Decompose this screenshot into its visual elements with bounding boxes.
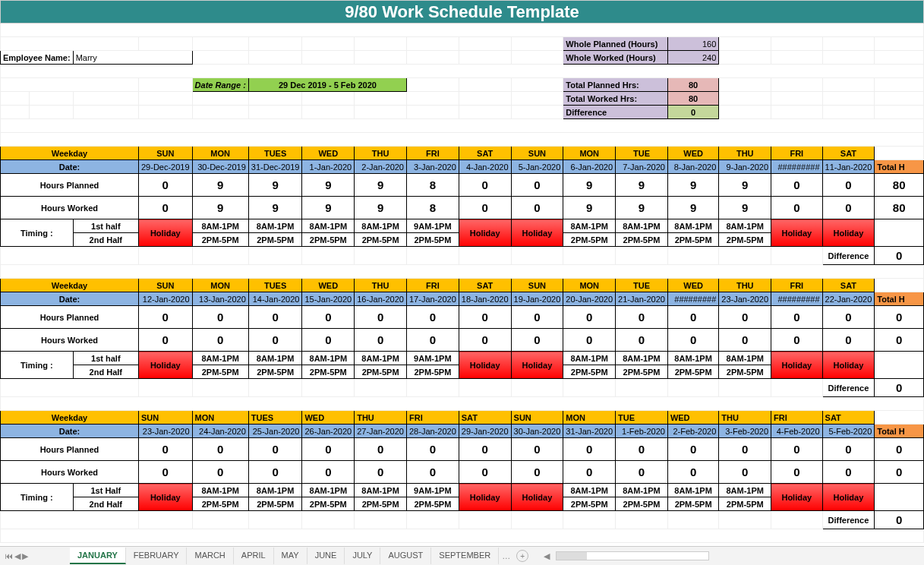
- hours-worked-cell[interactable]: 0: [406, 329, 459, 352]
- hours-planned-cell[interactable]: 0: [355, 306, 407, 329]
- date-cell[interactable]: 8-Jan-2020: [667, 160, 718, 174]
- hours-worked-cell[interactable]: 0: [511, 461, 563, 484]
- holiday-cell[interactable]: Holiday: [511, 352, 563, 379]
- shift1-cell[interactable]: 8AM-1PM: [616, 484, 668, 497]
- hours-planned-cell[interactable]: 0: [302, 438, 355, 461]
- shift2-cell[interactable]: 2PM-5PM: [563, 497, 616, 511]
- sheet-tab-may[interactable]: MAY: [274, 548, 307, 564]
- sheet-tab-june[interactable]: JUNE: [307, 548, 345, 564]
- hours-planned-cell[interactable]: 0: [192, 438, 248, 461]
- hours-planned-cell[interactable]: 9: [563, 174, 616, 197]
- hours-planned-cell[interactable]: 0: [563, 306, 616, 329]
- date-cell[interactable]: 23-Jan-2020: [138, 425, 192, 438]
- shift2-cell[interactable]: 2PM-5PM: [248, 365, 302, 379]
- hours-planned-cell[interactable]: 0: [667, 438, 718, 461]
- date-cell[interactable]: 22-Jan-2020: [822, 292, 875, 306]
- hours-planned-cell[interactable]: 9: [302, 174, 355, 197]
- shift2-cell[interactable]: 2PM-5PM: [192, 497, 248, 511]
- day-header[interactable]: FRI: [771, 147, 822, 160]
- hours-planned-cell[interactable]: 0: [406, 306, 459, 329]
- hours-planned-cell[interactable]: 0: [822, 438, 875, 461]
- date-cell[interactable]: 6-Jan-2020: [563, 160, 616, 174]
- shift2-cell[interactable]: 2PM-5PM: [406, 365, 459, 379]
- hours-worked-cell[interactable]: 0: [248, 461, 302, 484]
- day-header[interactable]: THU: [719, 147, 771, 160]
- hours-planned-cell[interactable]: 0: [355, 438, 407, 461]
- day-header[interactable]: TUE: [616, 279, 668, 292]
- shift1-cell[interactable]: 8AM-1PM: [302, 352, 355, 365]
- hours-worked-cell[interactable]: 0: [616, 329, 668, 352]
- day-header[interactable]: MON: [563, 411, 616, 425]
- hours-planned-cell[interactable]: 9: [667, 174, 718, 197]
- day-header[interactable]: FRI: [406, 147, 459, 160]
- day-header[interactable]: MON: [563, 279, 616, 292]
- hours-worked-cell[interactable]: 0: [302, 461, 355, 484]
- sheet-tab-january[interactable]: JANUARY: [70, 548, 126, 564]
- date-cell[interactable]: 18-Jan-2020: [459, 292, 511, 306]
- tabs-overflow-icon[interactable]: …: [502, 551, 510, 560]
- hours-planned-cell[interactable]: 8: [406, 174, 459, 197]
- date-cell[interactable]: 12-Jan-2020: [138, 292, 192, 306]
- day-header[interactable]: MON: [192, 411, 248, 425]
- date-cell[interactable]: 21-Jan-2020: [616, 292, 668, 306]
- hours-worked-cell[interactable]: 0: [822, 461, 875, 484]
- hours-planned-cell[interactable]: 0: [822, 174, 875, 197]
- day-header[interactable]: FRI: [771, 279, 822, 292]
- date-cell[interactable]: 7-Jan-2020: [616, 160, 668, 174]
- hours-planned-cell[interactable]: 0: [459, 174, 511, 197]
- day-header[interactable]: WED: [302, 411, 355, 425]
- holiday-cell[interactable]: Holiday: [771, 352, 822, 379]
- day-header[interactable]: TUES: [248, 147, 302, 160]
- shift2-cell[interactable]: 2PM-5PM: [406, 233, 459, 247]
- hours-planned-cell[interactable]: 0: [822, 306, 875, 329]
- hours-planned-cell[interactable]: 0: [771, 174, 822, 197]
- date-cell[interactable]: #########: [771, 160, 822, 174]
- date-cell[interactable]: 4-Feb-2020: [771, 425, 822, 438]
- shift1-cell[interactable]: 8AM-1PM: [667, 219, 718, 233]
- date-cell[interactable]: 23-Jan-2020: [719, 292, 771, 306]
- day-header[interactable]: SAT: [459, 147, 511, 160]
- sheet-tab-september[interactable]: SEPTEMBER: [431, 548, 499, 564]
- tab-prev-icon[interactable]: ◀: [14, 551, 20, 561]
- hours-worked-cell[interactable]: 0: [667, 461, 718, 484]
- shift1-cell[interactable]: 8AM-1PM: [192, 219, 248, 233]
- shift2-cell[interactable]: 2PM-5PM: [192, 365, 248, 379]
- date-cell[interactable]: 13-Jan-2020: [192, 292, 248, 306]
- total-hp[interactable]: 0: [875, 306, 924, 329]
- shift2-cell[interactable]: 2PM-5PM: [302, 365, 355, 379]
- shift2-cell[interactable]: 2PM-5PM: [616, 365, 668, 379]
- hours-worked-cell[interactable]: 0: [459, 461, 511, 484]
- hours-worked-cell[interactable]: 9: [719, 197, 771, 219]
- add-sheet-button[interactable]: +: [516, 550, 528, 562]
- hours-worked-cell[interactable]: 0: [771, 461, 822, 484]
- hours-worked-cell[interactable]: 0: [406, 461, 459, 484]
- shift1-cell[interactable]: 8AM-1PM: [192, 484, 248, 497]
- shift2-cell[interactable]: 2PM-5PM: [616, 497, 668, 511]
- sheet-tab-april[interactable]: APRIL: [234, 548, 274, 564]
- shift1-cell[interactable]: 8AM-1PM: [616, 219, 668, 233]
- hours-worked-cell[interactable]: 0: [719, 329, 771, 352]
- day-header[interactable]: SUN: [511, 279, 563, 292]
- day-header[interactable]: FRI: [406, 279, 459, 292]
- hours-worked-cell[interactable]: 0: [355, 461, 407, 484]
- hours-worked-cell[interactable]: 0: [355, 329, 407, 352]
- sheet-tab-august[interactable]: AUGUST: [380, 548, 431, 564]
- hours-worked-cell[interactable]: 0: [459, 329, 511, 352]
- holiday-cell[interactable]: Holiday: [138, 219, 192, 247]
- holiday-cell[interactable]: Holiday: [771, 219, 822, 247]
- holiday-cell[interactable]: Holiday: [459, 352, 511, 379]
- hours-worked-cell[interactable]: 0: [822, 329, 875, 352]
- holiday-cell[interactable]: Holiday: [138, 484, 192, 511]
- day-header[interactable]: TUES: [248, 411, 302, 425]
- hours-planned-cell[interactable]: 9: [616, 174, 668, 197]
- shift2-cell[interactable]: 2PM-5PM: [406, 497, 459, 511]
- date-cell[interactable]: 2-Feb-2020: [667, 425, 718, 438]
- date-cell[interactable]: 17-Jan-2020: [406, 292, 459, 306]
- sheet-tab-march[interactable]: MARCH: [187, 548, 233, 564]
- shift2-cell[interactable]: 2PM-5PM: [355, 365, 407, 379]
- shift1-cell[interactable]: 8AM-1PM: [719, 484, 771, 497]
- week-diff-value[interactable]: 0: [875, 379, 924, 397]
- holiday-cell[interactable]: Holiday: [138, 352, 192, 379]
- hours-planned-cell[interactable]: 0: [138, 174, 192, 197]
- day-header[interactable]: FRI: [771, 411, 822, 425]
